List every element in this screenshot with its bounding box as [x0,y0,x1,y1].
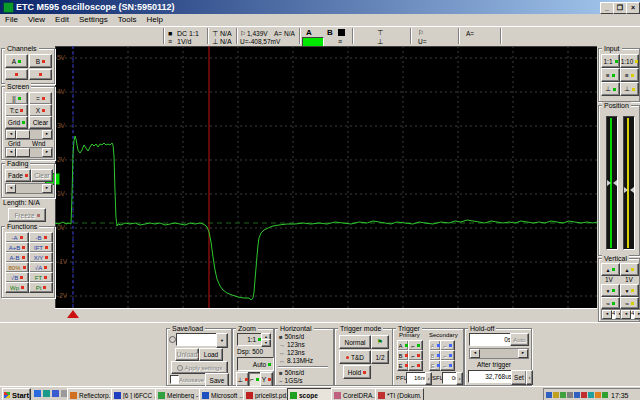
scroll-thumb[interactable] [16,130,30,139]
task-button-coreldra-[interactable]: CorelDRA... [331,388,380,400]
fine-b-spinner[interactable]: ◄4► [620,309,639,320]
tray-icon-8[interactable] [595,392,601,398]
tray-icon-4[interactable] [567,392,573,398]
task-button--ti-dokum-[interactable]: *TI (Dokum... [375,388,424,400]
tray-icon-7[interactable] [588,392,594,398]
fade-button[interactable]: Fade [5,169,31,182]
function-button-Pt[interactable]: Pt [29,282,53,293]
scroll-left-icon[interactable]: ◄ [6,130,16,139]
holdoff-scrollbar[interactable]: ◄► [469,348,529,359]
function-button-Wp[interactable]: Wp [5,282,29,293]
probe-1-1-a-button[interactable]: 1:1 [601,54,620,68]
scroll-right-icon[interactable]: ► [42,130,52,139]
menu-item-tools[interactable]: Tools [113,14,142,26]
pfl-spinner[interactable]: ⇕ [425,372,432,385]
scale-up-a-button[interactable]: ▲ [601,263,620,276]
fade-clear-button[interactable]: Clear [31,169,53,182]
trigger-td-button[interactable]: T&D [339,350,371,364]
menu-item-help[interactable]: Help [141,14,167,26]
freeze-button[interactable]: Freeze [8,208,46,222]
scale-down-a-button[interactable]: ▼ [601,284,620,297]
trigger-hold-button[interactable]: Hold [343,365,371,379]
channel-a-button[interactable]: A [5,54,28,68]
channel-b-selector-label[interactable]: B [327,28,333,37]
unload-button[interactable]: Unload [175,348,199,361]
tray-icon-6[interactable] [581,392,587,398]
spin-left-icon[interactable]: ◄ [621,310,631,319]
menu-item-view[interactable]: View [23,14,50,26]
spin-right-icon[interactable]: ► [634,310,640,319]
fine-a-spinner[interactable]: ◄4► [601,309,620,320]
grid-scrollbar[interactable]: ◄► [5,129,53,140]
menu-item-settings[interactable]: Settings [74,14,113,26]
task-button--6-i6fcc-[interactable]: [6 ] i6FCC ... [111,388,160,400]
holdoff-auto-button[interactable]: Auto [510,333,529,346]
load-button[interactable]: Load [199,348,223,361]
task-button-scope[interactable]: scope [287,388,336,400]
close-button[interactable]: × [626,2,640,14]
after-trigger-field[interactable]: 32,768us [468,370,515,383]
secondary-edge-E-button[interactable]: ⌐ [440,360,455,371]
scroll-left-icon[interactable]: ◄ [6,184,16,193]
menu-item-file[interactable]: File [0,14,23,26]
probe-1-10-b-button[interactable]: 1:10 [620,54,639,68]
minimize-button[interactable]: _ [600,2,614,14]
tray-icon-9[interactable] [602,392,608,398]
ground-b-button[interactable]: ⊥ [620,82,639,96]
trigger-half-button[interactable]: 1/2 [371,350,389,364]
position-slider-a[interactable] [606,116,618,250]
quick-launch-icon-3[interactable] [52,390,59,397]
scale-up-b-button[interactable]: ▲ [620,263,639,276]
scale-down-b-button[interactable]: ▼ [620,284,639,297]
tray-icon-3[interactable] [560,392,566,398]
holdoff-field[interactable]: 0s [469,333,514,346]
coupling-a-button[interactable]: ≡ [601,68,620,82]
combo-dropdown-icon[interactable]: ▼ [216,333,228,348]
tray-icon-5[interactable] [574,392,580,398]
primary-edge-E-button[interactable]: ⌐ [408,360,423,371]
zoom-anchor-right-button[interactable]: Y [260,372,273,387]
trigger-normal-button[interactable]: Normal [339,335,371,349]
save-button[interactable]: Save [205,373,229,387]
tray-icon-1[interactable] [546,392,552,398]
zoom-auto-display[interactable]: Auto [237,357,274,371]
scroll-right-icon[interactable]: ► [42,184,52,193]
channel-b2-button[interactable] [29,69,52,80]
autosave-checkbox[interactable] [170,375,179,384]
scroll-right-icon[interactable]: ► [518,349,528,358]
settings-combo[interactable] [176,333,220,346]
position-slider-b[interactable] [623,116,635,250]
tray-icon-2[interactable] [553,392,559,398]
task-button-pricelist-pd-[interactable]: pricelist.pd... [243,388,292,400]
maximize-button[interactable]: ❐ [613,2,627,14]
channel-b-color-box[interactable] [338,29,345,36]
autofit-a-button[interactable]: ≈ [601,297,620,309]
quick-launch-icon-2[interactable] [43,390,50,397]
after-trigger-set-button[interactable]: Set [511,370,527,385]
task-button-microsoft-[interactable]: Microsoft ... [199,388,248,400]
scroll-left-icon[interactable]: ◄ [470,349,480,358]
after-trigger-spinner[interactable]: ⇕ [526,370,533,385]
sfl-spinner[interactable]: ⇕ [456,372,463,385]
channel-b-button[interactable]: B [29,54,52,68]
channel-a2-button[interactable] [5,69,28,80]
trigger-position-triangle[interactable] [67,310,79,318]
slider-handle-b[interactable] [624,187,634,194]
grid-button[interactable]: Grid [5,116,28,129]
coupling-b-button[interactable]: ≡ [620,68,639,82]
trigger-flag-button[interactable]: ⚑ [371,335,389,349]
scroll-right-icon[interactable]: ► [42,148,52,157]
quick-launch-icon-1[interactable] [34,390,41,397]
task-button-reflectorp-[interactable]: Reflectorp... [67,388,116,400]
scroll-left-icon[interactable]: ◄ [6,148,16,157]
slider-handle-a[interactable] [607,180,617,187]
menu-item-edit[interactable]: Edit [50,14,74,26]
channel-a-selector-label[interactable]: A [306,28,312,37]
scroll-thumb[interactable] [16,148,30,157]
autofit-b-button[interactable]: ≈ [620,297,639,309]
clear-screen-button[interactable]: Clear [29,116,52,129]
fading-scrollbar[interactable]: ◄► [5,183,53,194]
task-button-meinberg-[interactable]: Meinberg - ... [155,388,204,400]
ground-a-button[interactable]: ⊥ [601,82,620,96]
zoom-down-icon[interactable]: ▼ [261,339,271,347]
